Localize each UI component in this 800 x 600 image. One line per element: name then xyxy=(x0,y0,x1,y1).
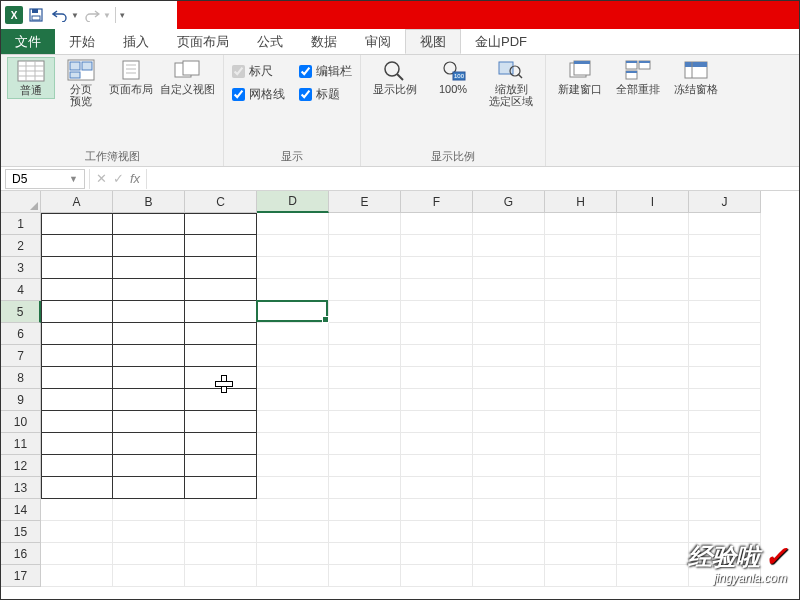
cell[interactable] xyxy=(257,213,329,235)
arrange-all-button[interactable]: 全部重排 xyxy=(610,57,666,97)
cell[interactable] xyxy=(689,389,761,411)
cell[interactable] xyxy=(41,389,113,411)
col-header-E[interactable]: E xyxy=(329,191,401,213)
formula-bar-checkbox[interactable]: 编辑栏 xyxy=(299,63,352,80)
cell[interactable] xyxy=(113,565,185,587)
cell[interactable] xyxy=(617,411,689,433)
col-header-B[interactable]: B xyxy=(113,191,185,213)
cell[interactable] xyxy=(401,499,473,521)
cell[interactable] xyxy=(185,411,257,433)
qat-customize-icon[interactable]: ▾ xyxy=(120,10,125,20)
name-box-dropdown-icon[interactable]: ▼ xyxy=(69,174,78,184)
cell[interactable] xyxy=(113,411,185,433)
row-header-16[interactable]: 16 xyxy=(1,543,41,565)
cell[interactable] xyxy=(617,323,689,345)
cell[interactable] xyxy=(329,499,401,521)
cell[interactable] xyxy=(257,543,329,565)
cell[interactable] xyxy=(689,213,761,235)
cell[interactable] xyxy=(401,455,473,477)
cell[interactable] xyxy=(545,499,617,521)
cell[interactable] xyxy=(473,257,545,279)
cell[interactable] xyxy=(41,235,113,257)
cell[interactable] xyxy=(617,565,689,587)
cell[interactable] xyxy=(473,455,545,477)
cell[interactable] xyxy=(185,213,257,235)
row-header-5[interactable]: 5 xyxy=(1,301,41,323)
cell[interactable] xyxy=(617,367,689,389)
cell[interactable] xyxy=(41,257,113,279)
col-header-C[interactable]: C xyxy=(185,191,257,213)
cell[interactable] xyxy=(617,543,689,565)
cell[interactable] xyxy=(617,499,689,521)
row-header-4[interactable]: 4 xyxy=(1,279,41,301)
cell[interactable] xyxy=(689,477,761,499)
cell[interactable] xyxy=(257,455,329,477)
cell[interactable] xyxy=(113,477,185,499)
cell[interactable] xyxy=(617,235,689,257)
cell[interactable] xyxy=(401,477,473,499)
name-box[interactable]: D5 ▼ xyxy=(5,169,85,189)
cell[interactable] xyxy=(113,345,185,367)
page-break-button[interactable]: 分页 预览 xyxy=(57,57,105,109)
cell[interactable] xyxy=(257,565,329,587)
gridlines-checkbox[interactable]: 网格线 xyxy=(232,86,285,103)
cell[interactable] xyxy=(401,301,473,323)
col-header-I[interactable]: I xyxy=(617,191,689,213)
cell[interactable] xyxy=(257,433,329,455)
cell[interactable] xyxy=(329,301,401,323)
cell[interactable] xyxy=(401,257,473,279)
cell[interactable] xyxy=(545,411,617,433)
col-header-F[interactable]: F xyxy=(401,191,473,213)
cell[interactable] xyxy=(329,455,401,477)
cell[interactable] xyxy=(185,345,257,367)
cell[interactable] xyxy=(545,213,617,235)
tab-view[interactable]: 视图 xyxy=(405,29,461,54)
row-header-3[interactable]: 3 xyxy=(1,257,41,279)
cell[interactable] xyxy=(689,257,761,279)
cell[interactable] xyxy=(689,235,761,257)
cell[interactable] xyxy=(473,565,545,587)
row-header-8[interactable]: 8 xyxy=(1,367,41,389)
row-header-17[interactable]: 17 xyxy=(1,565,41,587)
cell[interactable] xyxy=(473,301,545,323)
row-header-15[interactable]: 15 xyxy=(1,521,41,543)
cell[interactable] xyxy=(473,477,545,499)
cell[interactable] xyxy=(473,499,545,521)
cell[interactable] xyxy=(185,521,257,543)
cell[interactable] xyxy=(41,433,113,455)
cell[interactable] xyxy=(41,323,113,345)
cell[interactable] xyxy=(257,323,329,345)
cell[interactable] xyxy=(689,345,761,367)
cell[interactable] xyxy=(41,477,113,499)
cell[interactable] xyxy=(329,389,401,411)
cell[interactable] xyxy=(473,279,545,301)
cell[interactable] xyxy=(689,323,761,345)
cell[interactable] xyxy=(617,521,689,543)
fx-icon[interactable]: fx xyxy=(130,171,140,186)
cell[interactable] xyxy=(401,279,473,301)
cell[interactable] xyxy=(473,389,545,411)
cell[interactable] xyxy=(689,301,761,323)
cell[interactable] xyxy=(473,345,545,367)
cell[interactable] xyxy=(545,367,617,389)
tab-data[interactable]: 数据 xyxy=(297,29,351,54)
zoom-selection-button[interactable]: 缩放到 选定区域 xyxy=(483,57,539,109)
cell[interactable] xyxy=(329,257,401,279)
cell[interactable] xyxy=(473,521,545,543)
cell[interactable] xyxy=(329,543,401,565)
cell[interactable] xyxy=(401,411,473,433)
zoom-100-button[interactable]: 100 100% xyxy=(425,57,481,97)
freeze-panes-button[interactable]: 冻结窗格 xyxy=(668,57,724,97)
cell[interactable] xyxy=(185,235,257,257)
row-header-7[interactable]: 7 xyxy=(1,345,41,367)
row-header-6[interactable]: 6 xyxy=(1,323,41,345)
row-header-1[interactable]: 1 xyxy=(1,213,41,235)
worksheet[interactable]: ABCDEFGHIJ 1234567891011121314151617 xyxy=(1,191,799,600)
cell[interactable] xyxy=(41,521,113,543)
cell[interactable] xyxy=(689,279,761,301)
cell[interactable] xyxy=(689,499,761,521)
col-header-G[interactable]: G xyxy=(473,191,545,213)
cell[interactable] xyxy=(113,499,185,521)
gridlines-check-input[interactable] xyxy=(232,88,245,101)
headings-check-input[interactable] xyxy=(299,88,312,101)
